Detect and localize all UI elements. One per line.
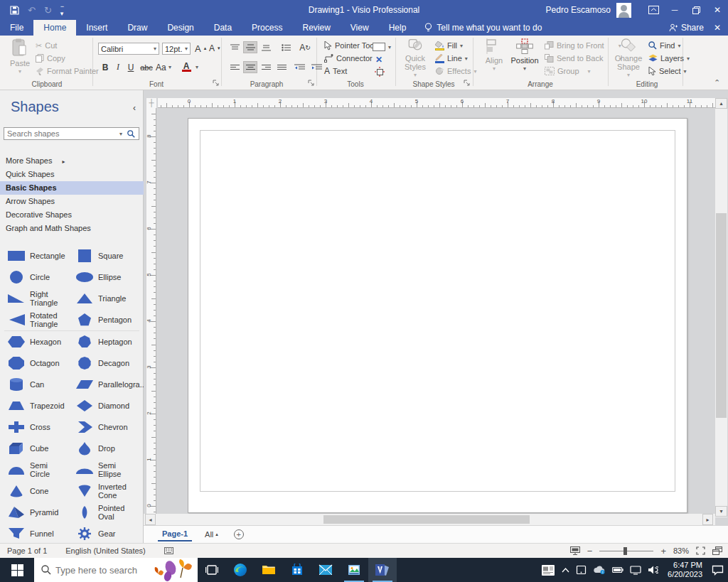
change-case-button[interactable]: Aa ▾ <box>156 61 171 73</box>
shape-item-funnel[interactable]: Funnel <box>0 523 68 544</box>
copy-button[interactable]: Copy <box>36 53 65 64</box>
shape-item-square[interactable]: Square <box>68 245 136 266</box>
microsoft-store-icon[interactable] <box>283 558 311 582</box>
photos-app-icon[interactable] <box>340 558 368 582</box>
connection-point-tool-icon[interactable]: ✕ <box>375 54 382 65</box>
group-button[interactable]: Group▾ <box>545 65 591 77</box>
close-document-icon[interactable]: ✕ <box>714 23 721 33</box>
drawing-page[interactable] <box>188 118 687 513</box>
shape-item-cross[interactable]: Cross <box>0 416 68 438</box>
drawing-canvas[interactable]: ┼ 01234567891011 012345678 ▴ ▾ ◂ ▸ <box>144 90 728 525</box>
shape-item-gear[interactable]: Gear <box>68 523 136 544</box>
hidden-icons-chevron-icon[interactable] <box>562 568 569 573</box>
shape-item-trapezoid[interactable]: Trapezoid <box>0 395 68 416</box>
pointer-tool-button[interactable]: Pointer Tool <box>324 40 376 51</box>
tab-help[interactable]: Help <box>379 20 417 36</box>
shape-item-semi-ellipse[interactable]: Semi Ellipse <box>68 459 136 480</box>
font-color-dropdown[interactable]: ▾ <box>193 61 200 73</box>
stencil-item-graph-and-math-shapes[interactable]: Graph and Math Shapes <box>0 222 144 235</box>
shape-item-pointed-oval[interactable]: Pointed Oval <box>68 502 136 523</box>
mail-app-icon[interactable] <box>311 558 340 582</box>
decrease-indent-button[interactable] <box>291 61 307 73</box>
vertical-scrollbar-thumb[interactable] <box>716 213 727 418</box>
shape-styles-dialog-launcher-icon[interactable] <box>464 80 471 87</box>
align-middle-button[interactable] <box>243 41 257 53</box>
scroll-up-icon[interactable]: ▴ <box>715 98 727 109</box>
macro-recording-icon[interactable] <box>164 547 173 554</box>
tab-insert[interactable]: Insert <box>76 20 117 36</box>
edge-browser-icon[interactable] <box>226 558 255 582</box>
shape-item-ellipse[interactable]: Ellipse <box>68 266 136 288</box>
cut-button[interactable]: ✂ Cut <box>36 40 57 51</box>
zoom-in-icon[interactable]: + <box>660 546 666 556</box>
shape-item-drop[interactable]: Drop <box>68 438 136 459</box>
add-page-button[interactable]: + <box>234 529 244 539</box>
increase-indent-button[interactable] <box>309 61 324 73</box>
minimize-button[interactable]: ─ <box>664 0 685 20</box>
tell-me-box[interactable]: Tell me what you want to do <box>416 20 542 36</box>
align-center-button[interactable] <box>243 61 257 73</box>
shape-search-box[interactable]: ▾ <box>4 127 139 140</box>
text-block-tool-icon[interactable] <box>375 66 385 77</box>
horizontal-scrollbar-thumb[interactable] <box>323 515 530 524</box>
paragraph-dialog-launcher-icon[interactable] <box>308 80 316 87</box>
shape-item-cone[interactable]: Cone <box>0 480 68 502</box>
connector-tool-button[interactable]: Connector <box>324 53 373 64</box>
switch-windows-icon[interactable] <box>712 546 722 555</box>
zoom-slider-thumb[interactable] <box>623 547 627 555</box>
shape-item-cube[interactable]: Cube <box>0 438 68 459</box>
all-pages-dropdown[interactable]: All▴ <box>205 530 218 539</box>
align-button[interactable]: Align▾ <box>481 38 508 80</box>
italic-button[interactable]: I <box>112 61 124 73</box>
tab-home[interactable]: Home <box>33 20 76 36</box>
search-icon[interactable] <box>124 130 139 138</box>
scroll-right-icon[interactable]: ▸ <box>702 514 713 525</box>
tab-draw[interactable]: Draw <box>117 20 157 36</box>
shape-item-heptagon[interactable]: Heptagon <box>68 331 136 352</box>
shape-item-pyramid[interactable]: Pyramid <box>0 502 68 523</box>
stencil-item-basic-shapes[interactable]: Basic Shapes <box>0 181 144 195</box>
shape-item-diamond[interactable]: Diamond <box>68 395 136 416</box>
select-button[interactable]: Select▾ <box>648 65 687 77</box>
news-widget-icon[interactable] <box>541 564 555 576</box>
font-dialog-launcher-icon[interactable] <box>213 80 220 87</box>
underline-button[interactable]: U <box>125 61 136 73</box>
stencil-item-more-shapes[interactable]: More Shapes▸ <box>0 154 144 168</box>
stencil-item-quick-shapes[interactable]: Quick Shapes <box>0 168 144 181</box>
font-size-combo[interactable]: 12pt.▾ <box>162 43 191 55</box>
page-tab-page1[interactable]: Page-1 <box>158 527 192 541</box>
shape-item-chevron[interactable]: Chevron <box>68 416 136 438</box>
ribbon-display-options-icon[interactable] <box>643 0 664 20</box>
effects-button[interactable]: Effects▾ <box>435 65 476 77</box>
search-highlight-image[interactable] <box>151 558 198 582</box>
shape-item-inverted-cone[interactable]: Inverted Cone <box>68 480 136 502</box>
quick-styles-button[interactable]: Quick Styles▾ <box>400 38 431 80</box>
battery-icon[interactable] <box>612 566 623 573</box>
shape-item-right-triangle[interactable]: Right Triangle <box>0 288 68 309</box>
fit-page-icon[interactable] <box>696 546 705 555</box>
text-direction-button[interactable]: A↻ <box>297 41 313 53</box>
onedrive-icon[interactable]: i <box>593 566 606 574</box>
paste-button[interactable]: Paste▾ <box>6 38 34 80</box>
tab-view[interactable]: View <box>341 20 379 36</box>
tab-file[interactable]: File <box>0 20 33 36</box>
grow-font-button[interactable]: A▴ <box>195 43 206 54</box>
bold-button[interactable]: B <box>100 61 111 73</box>
user-avatar[interactable] <box>616 3 631 18</box>
collapse-ribbon-icon[interactable]: ⌃ <box>714 78 720 87</box>
tab-process[interactable]: Process <box>242 20 292 36</box>
file-explorer-icon[interactable] <box>255 558 283 582</box>
stencil-item-decorative-shapes[interactable]: Decorative Shapes <box>0 208 144 222</box>
font-color-button[interactable]: A <box>181 61 192 73</box>
stencil-item-arrow-shapes[interactable]: Arrow Shapes <box>0 195 144 208</box>
layers-button[interactable]: Layers▾ <box>648 53 690 64</box>
shape-item-rotated-triangle[interactable]: Rotated Triangle <box>0 309 68 330</box>
zoom-level[interactable]: 83% <box>673 546 689 555</box>
share-button[interactable]: Share <box>669 23 704 33</box>
shape-item-circle[interactable]: Circle <box>0 266 68 288</box>
visio-taskbar-icon[interactable] <box>368 558 397 582</box>
tab-design[interactable]: Design <box>157 20 203 36</box>
justify-button[interactable] <box>274 61 289 73</box>
restore-button[interactable] <box>685 0 707 20</box>
shrink-font-button[interactable]: A▾ <box>209 43 220 54</box>
